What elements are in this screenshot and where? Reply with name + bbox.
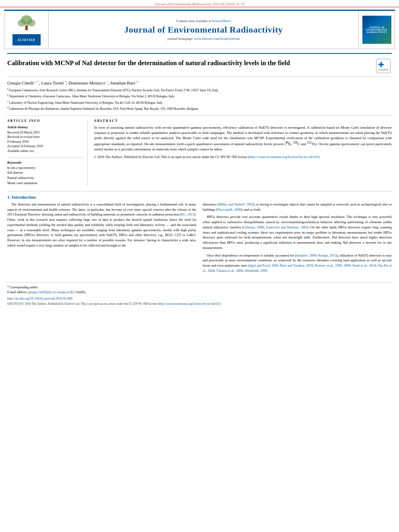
elsevier-brand: ELSEVIER <box>12 34 41 45</box>
bare-link[interactable]: Baré and Tondeur, 2010 <box>280 263 313 267</box>
journal-header: ELSEVIER Contents lists available at Sci… <box>4 10 395 49</box>
journal-info-bar: Journal of Environmental Radioactivity 1… <box>0 0 399 7</box>
article-title-text: Calibration with MCNP of NaI detector fo… <box>7 59 375 68</box>
footnote-star: * Corresponding author. <box>7 286 39 289</box>
sciencedirect-link[interactable]: ScienceDirect <box>212 19 231 23</box>
ivanovich-link[interactable]: Ivanovich and Harmon, 1982 <box>266 225 307 229</box>
article-body: Calibration with MCNP of NaI detector fo… <box>0 53 399 308</box>
svg-point-2 <box>27 19 35 27</box>
crossmark-badge: ✚ CrossMark <box>376 59 391 73</box>
affiliation-a: a European Commission, Joint Research Ce… <box>7 87 392 93</box>
abstract-heading: Abstract <box>94 119 392 123</box>
svg-point-1 <box>18 19 26 27</box>
article-title: Calibration with MCNP of NaI detector fo… <box>7 59 367 68</box>
crossmark-icon: ✚ <box>378 61 389 68</box>
history-heading: Article history: <box>7 125 82 129</box>
keyword-3: Natural radioactivity <box>7 176 82 181</box>
keyword-2: NaI detector <box>7 170 82 176</box>
abstract-section: In view of assessing natural radioactivi… <box>94 125 392 160</box>
footnote-corresponding: * Corresponding author. E-mail address: … <box>7 285 392 295</box>
gilmour-link[interactable]: Gilmour, 2008 <box>243 225 264 229</box>
keywords-section: Keywords: In situ γ-spectrometry NaI det… <box>7 158 82 186</box>
keyword-4: Monte carlo simulation <box>7 181 82 186</box>
abstract-col: Abstract In view of assessing natural ra… <box>94 119 392 186</box>
kempa-link[interactable]: Kempa, 2013 <box>318 253 337 257</box>
email-author: (G. Cinelli). <box>70 290 86 294</box>
strati-link[interactable]: Strati et al., 2014 <box>352 263 376 267</box>
journal-homepage: journal homepage: www.elsevier.com/locat… <box>168 37 240 41</box>
introduction-text-cols: The detection and measurement of natural… <box>7 202 392 276</box>
journal-url[interactable]: www.elsevier.com/locate/jenvrad <box>194 37 239 41</box>
intro-para-lab: laboratory (Miller and Shebell, 1993); o… <box>203 202 392 212</box>
revised-date-line2: 8 February 2016 <box>7 140 82 144</box>
cc-license-link[interactable]: http://creativecommons.org/licenses/by-n… <box>249 155 318 159</box>
svg-rect-3 <box>25 25 28 30</box>
author-list: Giorgia Cinelli a, *, Laura Tositti b, D… <box>7 80 138 85</box>
nucciatelli-link[interactable]: Nucciatelli, 2008 <box>218 207 241 212</box>
license-url[interactable]: http://creativecommons.org/licenses/by-n… <box>159 302 220 306</box>
info-abstract-section: Article Info Article history: Received 2… <box>7 115 392 186</box>
intro-col-left: The detection and measurement of natural… <box>7 202 196 276</box>
email-link[interactable]: giorgia.cinelli@jrc.ec.europa.eu <box>28 290 70 294</box>
copyright-text: © 2016 The Authors. Published by Elsevie… <box>94 154 392 160</box>
received-revised-date: Received in revised form <box>7 135 82 140</box>
article-title-section: Calibration with MCNP of NaI detector fo… <box>7 53 392 77</box>
elsevier-tree-icon <box>14 14 39 34</box>
journal-thumbnail: JOURNAL OF ENVIRONMENTAL RADIOACTIVITY <box>358 11 395 49</box>
license-text: 0265-931X/© 2016 The Authors. Published … <box>7 302 392 306</box>
keyword-1: In situ γ-spectrometry <box>7 166 82 171</box>
doi-link[interactable]: http://dx.doi.org/10.1016/j.jenvrad.2016… <box>7 296 72 300</box>
intro-col-right: laboratory (Miller and Shebell, 1993); o… <box>203 202 392 276</box>
intro-para-1: The detection and measurement of natural… <box>7 202 196 248</box>
journal-cover-image: JOURNAL OF ENVIRONMENTAL RADIOACTIVITY <box>362 16 391 44</box>
article-info-col: Article Info Article history: Received 2… <box>7 119 88 186</box>
journal-header-center: Contents lists available at ScienceDirec… <box>49 11 358 49</box>
intro-para-nai: Once their dependence on temperature is … <box>203 253 392 273</box>
crossmark-area: ✚ CrossMark <box>375 59 392 73</box>
ec2013-link[interactable]: EC, 2013 <box>181 212 194 216</box>
ianakiev-link[interactable]: Ianakiev, 2009 <box>296 253 316 257</box>
povinec-link[interactable]: Povinec et al., 1996, 2008 <box>315 263 351 267</box>
license-close: ). <box>220 302 221 306</box>
jigiri-link[interactable]: Jigiri and Faral, 2005 <box>249 263 278 267</box>
journal-title: Journal of Environmental Radioactivity <box>124 25 283 35</box>
abstract-text: In view of assessing natural radioactivi… <box>94 125 392 152</box>
elsevier-logo: ELSEVIER <box>12 14 41 45</box>
affiliation-d: d Laboratoire de Physique des Radiations… <box>7 106 392 111</box>
footer: * Corresponding author. E-mail address: … <box>7 282 392 308</box>
section-title: Introduction <box>12 195 36 199</box>
contents-line: Contents lists available at ScienceDirec… <box>176 19 231 23</box>
article-info-heading: Article Info <box>7 119 82 123</box>
authors-line: Giorgia Cinelli a, *, Laura Tositti b, D… <box>7 80 392 85</box>
wedekind-link[interactable]: Wedekind, 1999; <box>245 269 268 273</box>
miller-link[interactable]: Miller and Shebell, 1993 <box>219 202 253 206</box>
elsevier-logo-area: ELSEVIER <box>4 11 49 49</box>
accepted-date: Accepted 10 February 2016 <box>7 144 82 149</box>
main-content: 1. Introduction The detection and measur… <box>7 191 392 276</box>
journal-citation: Journal of Environmental Radioactivity 1… <box>154 2 245 6</box>
intro-para-hpge: HPGe detectors provide very accurate qua… <box>203 214 392 250</box>
vlastou-link[interactable]: Vlastou et al., 2006 <box>216 269 243 273</box>
email-label: E-mail address: <box>7 290 28 294</box>
article-history: Article history: Received 20 March 2015 … <box>7 125 82 154</box>
doi-link-area: http://dx.doi.org/10.1016/j.jenvrad.2016… <box>7 296 392 300</box>
section-number: 1. <box>7 195 12 199</box>
available-online: Available online xxx <box>7 149 82 154</box>
affiliation-c: c Laboratory of Nuclear Engineering, Alm… <box>7 100 392 105</box>
affiliation-b: b Department of Chemistry «Giacomo Ciami… <box>7 93 392 99</box>
license-prefix: 0265-931X/© 2016 The Authors. Published … <box>7 302 159 306</box>
received-date: Received 20 March 2015 <box>7 130 82 135</box>
affiliations: a European Commission, Joint Research Ce… <box>7 87 392 111</box>
keywords-heading: Keywords: <box>7 160 82 164</box>
